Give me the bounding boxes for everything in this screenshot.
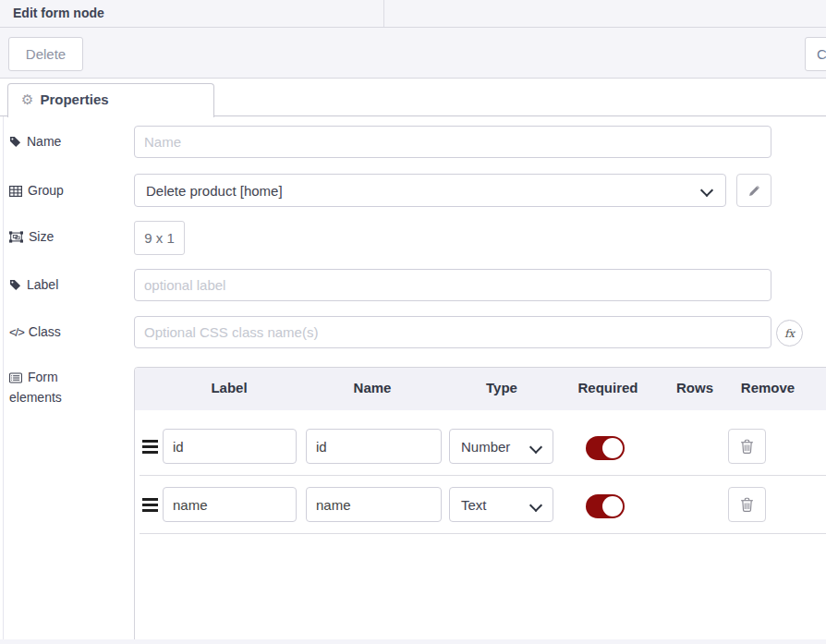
- row-divider: [140, 475, 826, 476]
- remove-row-button[interactable]: [728, 487, 766, 522]
- expression-button[interactable]: fx: [776, 320, 803, 346]
- group-select[interactable]: Delete product [home]: [134, 174, 726, 207]
- chevron-down-icon: [529, 499, 542, 512]
- row-label-input[interactable]: [163, 429, 297, 464]
- header-label: Label: [211, 380, 247, 395]
- drag-handle[interactable]: [142, 498, 158, 515]
- label-input[interactable]: [134, 269, 771, 301]
- cancel-button[interactable]: Cancel: [805, 37, 826, 71]
- class-input[interactable]: [134, 316, 771, 348]
- row-type-value: Number: [461, 430, 510, 465]
- toggle-knob: [602, 438, 623, 458]
- dialog-header: Edit form node: [0, 0, 826, 28]
- row-divider: [140, 533, 826, 534]
- remove-row-button[interactable]: [728, 429, 766, 464]
- required-toggle[interactable]: [586, 494, 625, 518]
- tag-icon: [9, 136, 21, 148]
- name-label: Name: [9, 134, 61, 149]
- table-header: Label Name Type Required Rows Remove: [135, 368, 826, 410]
- row-label-input[interactable]: [163, 487, 297, 522]
- tab-properties[interactable]: ⚙Properties: [7, 83, 214, 117]
- table-icon: [9, 186, 22, 197]
- name-input[interactable]: [134, 126, 771, 158]
- chevron-down-icon: [529, 441, 542, 454]
- tag-icon: [9, 279, 21, 291]
- code-icon: </>: [9, 325, 24, 339]
- list-alt-icon: [9, 372, 22, 383]
- gear-icon: ⚙: [21, 91, 33, 108]
- tab-label: Properties: [40, 91, 108, 107]
- toggle-knob: [602, 496, 623, 516]
- chevron-down-icon: [700, 184, 713, 197]
- header-name: Name: [354, 380, 392, 395]
- edit-group-button[interactable]: [736, 174, 771, 207]
- dialog-title: Edit form node: [13, 6, 104, 20]
- dialog-bottom-edge: [0, 639, 826, 644]
- header-type: Type: [486, 380, 517, 395]
- trash-icon: [740, 497, 754, 513]
- fx-icon: fx: [784, 327, 795, 340]
- header-required: Required: [577, 380, 638, 395]
- header-rows: Rows: [676, 380, 713, 395]
- tab-bar: ⚙Properties: [0, 79, 826, 116]
- class-label: </>Class: [9, 324, 61, 339]
- drag-handle[interactable]: [142, 440, 158, 456]
- label-label: Label: [9, 277, 58, 292]
- dialog-toolbar: Delete Cancel: [0, 28, 826, 79]
- row-type-select[interactable]: Text: [449, 487, 553, 522]
- row-type-value: Text: [461, 488, 487, 523]
- delete-button[interactable]: Delete: [8, 37, 83, 71]
- row-name-input[interactable]: [306, 429, 442, 464]
- row-type-select[interactable]: Number: [449, 429, 553, 464]
- group-select-value: Delete product [home]: [146, 175, 283, 208]
- pencil-icon: [747, 184, 761, 198]
- size-label: Size: [9, 229, 54, 244]
- form-elements-label: Form elements: [9, 368, 91, 407]
- object-group-icon: [9, 231, 23, 243]
- required-toggle[interactable]: [586, 436, 625, 460]
- header-divider: [383, 0, 384, 27]
- trash-icon: [740, 439, 754, 455]
- size-button[interactable]: 9 x 1: [134, 221, 185, 255]
- group-label: Group: [9, 183, 64, 198]
- row-name-input[interactable]: [306, 487, 442, 522]
- header-remove: Remove: [741, 380, 795, 395]
- form-elements-table: Label Name Type Required Rows Remove Num…: [134, 367, 826, 644]
